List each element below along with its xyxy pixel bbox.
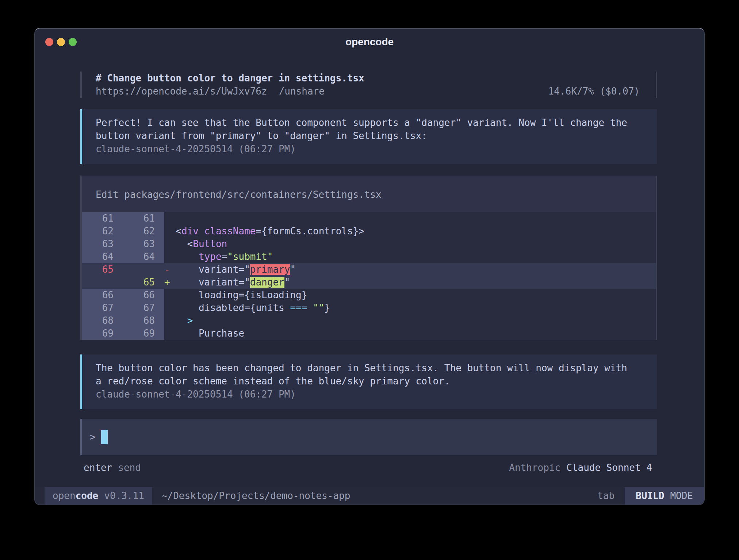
- app-version: v0.3.11: [104, 490, 144, 501]
- diff-old-lineno: 67: [82, 302, 123, 314]
- message-text: button variant from "primary" to "danger…: [96, 129, 643, 142]
- diff-old-lineno: [82, 276, 123, 289]
- mode-badge[interactable]: BUILDMODE: [625, 487, 704, 505]
- diff-new-lineno: 63: [123, 238, 164, 250]
- model-name: Claude Sonnet 4: [566, 461, 652, 474]
- working-directory: ~/Desktop/Projects/demo-notes-app: [162, 487, 351, 505]
- diff-old-lineno: 62: [82, 225, 123, 238]
- app-version-badge: opencodev0.3.11: [45, 487, 152, 505]
- diff-new-lineno: 61: [123, 212, 164, 225]
- tab-key-hint: tab: [597, 487, 614, 505]
- diff-old-lineno: 69: [82, 327, 123, 340]
- diff-new-lineno: 69: [123, 327, 164, 340]
- diff-new-lineno: 66: [123, 289, 164, 302]
- text-cursor: [101, 430, 108, 444]
- diff-row: 65- variant="primary": [82, 263, 656, 276]
- diff-code: + variant="danger": [164, 276, 656, 289]
- app-name-normal: open: [53, 490, 76, 501]
- diff-code: >: [164, 314, 656, 327]
- diff-code: type="submit": [164, 250, 656, 263]
- status-bar: opencodev0.3.11 ~/Desktop/Projects/demo-…: [35, 487, 704, 505]
- diff-row: 6464 type="submit": [82, 250, 656, 263]
- hints-row: enter send Anthropic Claude Sonnet 4: [80, 461, 657, 474]
- diff-new-lineno: 64: [123, 250, 164, 263]
- edit-tool-title: Edit packages/frontend/src/containers/Se…: [82, 176, 656, 212]
- diff-old-lineno: 65: [82, 263, 123, 276]
- mode-label: MODE: [670, 490, 693, 501]
- enter-key-hint: enter: [84, 461, 112, 474]
- session-title: # Change button color to danger in setti…: [96, 73, 364, 84]
- diff-old-lineno: 64: [82, 250, 123, 263]
- diff-old-lineno: 66: [82, 289, 123, 302]
- session-content: # Change button color to danger in setti…: [35, 55, 704, 487]
- diff-old-lineno: 61: [82, 212, 123, 225]
- titlebar: opencode: [35, 28, 704, 55]
- diff-new-lineno: 68: [123, 314, 164, 327]
- message-text: a red/rose color scheme instead of the b…: [96, 375, 643, 388]
- assistant-message: The button color has been changed to dan…: [80, 354, 657, 409]
- diff-row: 6363 <Button: [82, 238, 656, 250]
- diff-code: <div className={formCs.controls}>: [164, 225, 656, 238]
- diff-code: Purchase: [164, 327, 656, 340]
- diff-row: 6767 disabled={units === ""}: [82, 302, 656, 314]
- diff-code: loading={isLoading}: [164, 289, 656, 302]
- prompt-input[interactable]: >: [80, 419, 657, 455]
- diff-new-lineno: [123, 263, 164, 276]
- diff-row: 6868 >: [82, 314, 656, 327]
- prompt-character: >: [90, 430, 96, 444]
- diff-code: [164, 212, 656, 225]
- diff-new-lineno: 62: [123, 225, 164, 238]
- diff-code: - variant="primary": [164, 263, 656, 276]
- opencode-window: opencode # Change button color to danger…: [34, 28, 705, 505]
- model-provider: Anthropic: [509, 461, 560, 474]
- diff-row: 6262 <div className={formCs.controls}>: [82, 225, 656, 238]
- diff-old-lineno: 63: [82, 238, 123, 250]
- edit-tool-block: Edit packages/frontend/src/containers/Se…: [80, 176, 657, 340]
- diff-row: 65+ variant="danger": [82, 276, 656, 289]
- diff-row: 6666 loading={isLoading}: [82, 289, 656, 302]
- diff-row: 6161: [82, 212, 656, 225]
- app-name-bold: code: [76, 490, 99, 501]
- share-header: # Change button color to danger in setti…: [80, 72, 657, 98]
- message-text: The button color has been changed to dan…: [96, 361, 643, 375]
- message-text: Perfect! I can see that the Button compo…: [96, 116, 643, 129]
- token-usage: 14.6K/7% ($0.07): [548, 85, 640, 98]
- diff-new-lineno: 65: [123, 276, 164, 289]
- diff-row: 6969 Purchase: [82, 327, 656, 340]
- mode-name: BUILD: [636, 490, 664, 501]
- unshare-command: /unshare: [279, 85, 325, 98]
- diff-new-lineno: 67: [123, 302, 164, 314]
- message-meta: claude-sonnet-4-20250514 (06:27 PM): [96, 142, 643, 156]
- diff-old-lineno: 68: [82, 314, 123, 327]
- diff-code: disabled={units === ""}: [164, 302, 656, 314]
- diff-code: <Button: [164, 238, 656, 250]
- diff: 61616262 <div className={formCs.controls…: [82, 212, 656, 340]
- assistant-message: Perfect! I can see that the Button compo…: [80, 109, 657, 164]
- send-action-hint: send: [118, 461, 141, 474]
- window-title: opencode: [35, 36, 704, 48]
- message-meta: claude-sonnet-4-20250514 (06:27 PM): [96, 388, 643, 401]
- share-url[interactable]: https://opencode.ai/s/UwJxv76z: [96, 85, 267, 98]
